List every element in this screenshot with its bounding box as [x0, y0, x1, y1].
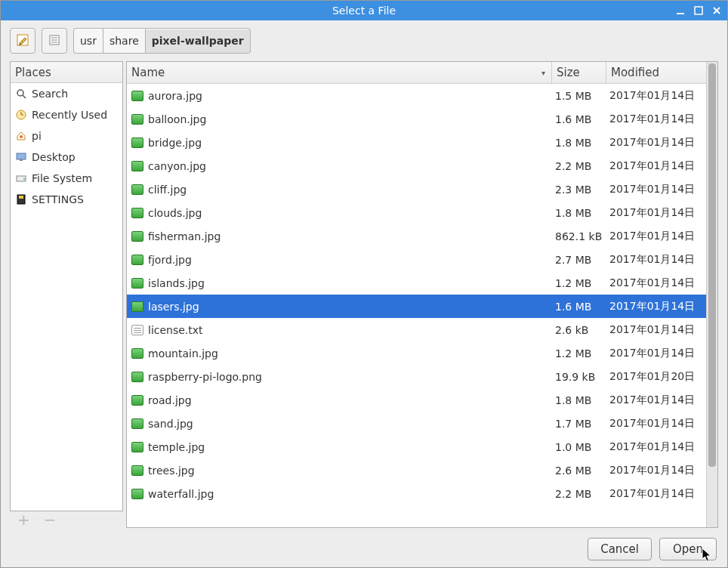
file-row[interactable]: road.jpg1.8 MB2017年01月14日 — [127, 388, 706, 412]
file-row[interactable]: aurora.jpg1.5 MB2017年01月14日 — [127, 84, 706, 107]
file-name: canyon.jpg — [148, 160, 552, 172]
recent-icon — [15, 109, 27, 121]
minimize-button[interactable] — [674, 5, 686, 17]
file-name: sand.jpg — [148, 418, 552, 430]
places-item[interactable]: Recently Used — [11, 104, 122, 125]
file-modified: 2017年01月20日 — [606, 370, 706, 384]
file-modified: 2017年01月14日 — [606, 253, 706, 267]
file-row[interactable]: bridge.jpg1.8 MB2017年01月14日 — [127, 131, 706, 154]
column-header-size[interactable]: Size — [552, 62, 606, 83]
svg-point-14 — [20, 135, 23, 138]
file-size: 1.5 MB — [552, 90, 606, 102]
places-item[interactable]: SETTINGS — [11, 189, 122, 210]
scrollbar[interactable] — [706, 62, 717, 527]
breadcrumb-segment[interactable]: pixel-wallpaper — [145, 28, 251, 54]
file-row[interactable]: balloon.jpg1.6 MB2017年01月14日 — [127, 107, 706, 131]
file-modified: 2017年01月14日 — [606, 230, 706, 243]
file-name: temple.jpg — [148, 441, 552, 453]
image-file-icon — [131, 91, 143, 101]
file-name: raspberry-pi-logo.png — [148, 371, 552, 383]
file-size: 2.2 MB — [552, 160, 606, 172]
image-file-icon — [131, 489, 143, 499]
disk-icon — [15, 193, 27, 205]
file-name: mountain.jpg — [148, 347, 552, 360]
file-row[interactable]: sand.jpg1.7 MB2017年01月14日 — [127, 412, 706, 435]
file-modified: 2017年01月14日 — [606, 136, 706, 150]
svg-rect-1 — [695, 7, 702, 14]
file-modified: 2017年01月14日 — [606, 487, 706, 501]
places-item[interactable]: pi — [11, 125, 122, 147]
file-row[interactable]: temple.jpg1.0 MB2017年01月14日 — [127, 435, 706, 458]
file-list[interactable]: Name ▾ Size Modified aurora.jpg1.5 MB201… — [127, 62, 706, 527]
file-row[interactable]: cliff.jpg2.3 MB2017年01月14日 — [127, 178, 706, 201]
file-row[interactable]: raspberry-pi-logo.png19.9 kB2017年01月20日 — [127, 365, 706, 388]
maximize-button[interactable] — [693, 5, 705, 17]
file-size: 2.3 MB — [552, 184, 606, 196]
file-modified: 2017年01月14日 — [606, 113, 706, 126]
image-file-icon — [131, 161, 143, 171]
file-size: 1.7 MB — [552, 418, 606, 430]
file-row[interactable]: mountain.jpg1.2 MB2017年01月14日 — [127, 341, 706, 365]
places-item[interactable]: Search — [11, 83, 122, 104]
file-name: bridge.jpg — [148, 137, 552, 149]
file-modified: 2017年01月14日 — [606, 276, 706, 290]
places-item-label: Desktop — [32, 151, 76, 163]
file-size: 1.2 MB — [552, 277, 606, 289]
file-name: aurora.jpg — [148, 90, 552, 102]
image-file-icon — [131, 372, 143, 382]
places-header: Places — [11, 62, 122, 83]
file-size: 1.0 MB — [552, 441, 606, 453]
open-button[interactable]: Open — [659, 538, 717, 560]
places-item[interactable]: File System — [11, 168, 122, 189]
add-bookmark-button[interactable]: + — [17, 511, 30, 529]
svg-rect-16 — [20, 159, 23, 161]
image-file-icon — [131, 137, 143, 148]
file-row[interactable]: trees.jpg2.6 MB2017年01月14日 — [127, 458, 706, 482]
image-file-icon — [131, 255, 143, 265]
file-row[interactable]: islands.jpg1.2 MB2017年01月14日 — [127, 271, 706, 295]
column-header-modified[interactable]: Modified — [606, 62, 706, 83]
column-header-name[interactable]: Name ▾ — [127, 62, 552, 83]
list-icon — [49, 35, 60, 48]
file-size: 2.7 MB — [552, 254, 606, 266]
file-modified: 2017年01月14日 — [606, 183, 706, 196]
file-modified: 2017年01月14日 — [606, 323, 706, 337]
remove-bookmark-button[interactable]: − — [44, 511, 57, 529]
close-button[interactable] — [711, 5, 723, 17]
places-item-label: SETTINGS — [32, 193, 84, 205]
file-row[interactable]: lasers.jpg1.6 MB2017年01月14日 — [127, 295, 706, 318]
file-name: license.txt — [148, 324, 552, 336]
window-title: Select a File — [1, 5, 727, 17]
pencil-icon — [17, 34, 29, 48]
edit-path-button[interactable] — [10, 28, 35, 54]
file-name: waterfall.jpg — [148, 488, 552, 500]
breadcrumb-segment[interactable]: usr — [73, 28, 103, 54]
places-item[interactable]: Desktop — [11, 147, 122, 168]
file-size: 19.9 kB — [552, 371, 606, 383]
file-row[interactable]: fjord.jpg2.7 MB2017年01月14日 — [127, 248, 706, 271]
svg-rect-15 — [17, 153, 26, 159]
file-row[interactable]: clouds.jpg1.8 MB2017年01月14日 — [127, 201, 706, 224]
file-size: 2.6 MB — [552, 465, 606, 477]
breadcrumb-segment[interactable]: share — [103, 28, 145, 54]
image-file-icon — [131, 395, 143, 406]
image-file-icon — [131, 418, 143, 429]
recent-locations-button[interactable] — [42, 28, 67, 54]
places-item-label: pi — [32, 130, 42, 142]
file-row[interactable]: license.txt2.6 kB2017年01月14日 — [127, 318, 706, 341]
file-row[interactable]: canyon.jpg2.2 MB2017年01月14日 — [127, 154, 706, 178]
text-file-icon — [131, 325, 143, 335]
file-name: fisherman.jpg — [148, 230, 552, 242]
file-row[interactable]: fisherman.jpg862.1 kB2017年01月14日 — [127, 224, 706, 248]
file-modified: 2017年01月14日 — [606, 394, 706, 407]
file-size: 1.6 MB — [552, 113, 606, 125]
location-toolbar: usrsharepixel-wallpaper — [1, 20, 727, 61]
file-size: 862.1 kB — [552, 230, 606, 242]
file-modified: 2017年01月14日 — [606, 89, 706, 103]
file-row[interactable]: waterfall.jpg2.2 MB2017年01月14日 — [127, 482, 706, 505]
scrollbar-thumb[interactable] — [708, 63, 716, 467]
cancel-button[interactable]: Cancel — [588, 538, 652, 560]
file-name: balloon.jpg — [148, 113, 552, 125]
file-size: 1.6 MB — [552, 301, 606, 313]
places-item-label: Recently Used — [32, 109, 107, 121]
